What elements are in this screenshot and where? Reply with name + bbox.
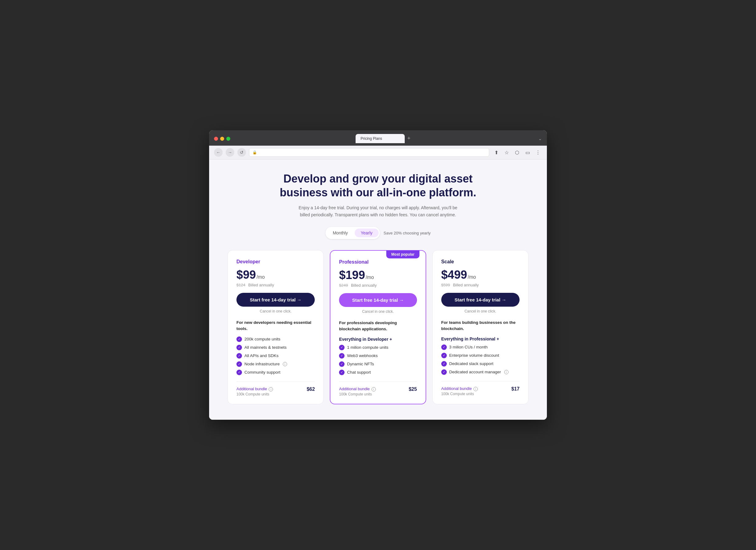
professional-plan-card: Most popular Professional $199 /mo $249 … — [330, 250, 426, 404]
lock-icon: 🔒 — [252, 150, 257, 154]
list-item: ✓ Dedicated account manager i — [441, 369, 520, 375]
check-icon: ✓ — [339, 353, 345, 359]
bookmark-icon[interactable]: ☆ — [503, 148, 511, 156]
sidebar-icon[interactable]: ▭ — [524, 148, 532, 156]
developer-original-price: $124 — [236, 283, 245, 287]
pricing-grid: Developer $99 /mo $124 Billed annually S… — [228, 250, 528, 404]
info-icon[interactable]: i — [504, 370, 509, 374]
list-item: ✓ Enterprise volume discount — [441, 353, 520, 358]
check-icon: ✓ — [236, 337, 242, 342]
scale-bundle-sublabel: 100k Compute units — [441, 392, 478, 396]
professional-description: For professionals developing blockchain … — [339, 320, 417, 333]
maximize-traffic-light[interactable] — [226, 137, 230, 141]
developer-price-unit: /mo — [256, 274, 265, 280]
page-content: Develop and grow your digital asset busi… — [209, 159, 547, 419]
info-icon[interactable]: i — [473, 387, 478, 391]
scale-bundle-price: $17 — [511, 386, 520, 392]
check-icon: ✓ — [441, 369, 447, 375]
developer-price: $99 — [236, 268, 256, 282]
extensions-icon[interactable]: ⬡ — [513, 148, 521, 156]
back-button[interactable]: ← — [214, 148, 223, 157]
check-icon: ✓ — [236, 361, 242, 367]
scale-price-row: $499 /mo — [441, 268, 520, 282]
check-icon: ✓ — [441, 361, 447, 367]
check-icon: ✓ — [236, 345, 242, 350]
chevron-down-icon[interactable]: ⌄ — [538, 136, 542, 141]
professional-feature-list: ✓ 1 milion compute units ✓ Web3 webhooks… — [339, 345, 417, 375]
scale-cancel-text: Cancel in one click. — [441, 309, 520, 314]
monthly-toggle[interactable]: Monthly — [327, 228, 354, 237]
traffic-lights — [214, 137, 230, 141]
list-item: ✓ Node infrastructure i — [236, 361, 315, 367]
professional-bundle-price: $25 — [409, 387, 417, 392]
nav-bar: ← → ↺ 🔒 ⬆ ☆ ⬡ ▭ ⋮ — [209, 146, 547, 159]
close-traffic-light[interactable] — [214, 137, 218, 141]
professional-bundle-sublabel: 100k Compute units — [339, 392, 376, 396]
browser-tab[interactable]: Pricing Plans — [356, 134, 405, 143]
info-icon[interactable]: i — [269, 387, 273, 392]
list-item: ✓ Chat support — [339, 370, 417, 375]
save-badge: Save 20% choosing yearly — [384, 231, 431, 235]
professional-price-unit: /mo — [366, 275, 374, 280]
scale-price: $499 — [441, 268, 467, 282]
title-bar: Pricing Plans + ⌄ — [209, 130, 547, 146]
scale-original-price: $599 — [441, 283, 450, 287]
nav-icons-right: ⬆ ☆ ⬡ ▭ ⋮ — [492, 148, 542, 156]
url-bar[interactable]: 🔒 — [249, 148, 489, 157]
share-icon[interactable]: ⬆ — [492, 148, 500, 156]
developer-bundle-sublabel: 100k Compute units — [236, 392, 273, 396]
most-popular-badge: Most popular — [386, 250, 419, 258]
professional-original-price: $249 — [339, 283, 348, 288]
minimize-traffic-light[interactable] — [220, 137, 224, 141]
list-item: ✓ All mainnets & testnets — [236, 345, 315, 350]
new-tab-button[interactable]: + — [405, 134, 413, 143]
billing-toggle: Monthly Yearly Save 20% choosing yearly — [228, 227, 528, 239]
professional-features-title: Everything in Developer + — [339, 337, 417, 342]
yearly-toggle[interactable]: Yearly — [355, 228, 379, 237]
check-icon: ✓ — [236, 370, 242, 375]
developer-price-row: $99 /mo — [236, 268, 315, 282]
scale-billed: $599 Billed annually — [441, 283, 520, 287]
check-icon: ✓ — [441, 345, 447, 350]
developer-bundle-price: $62 — [307, 387, 315, 392]
list-item: ✓ Community support — [236, 370, 315, 375]
developer-cancel-text: Cancel in one click. — [236, 309, 315, 314]
browser-window: Pricing Plans + ⌄ ← → ↺ 🔒 ⬆ ☆ ⬡ ▭ ⋮ Deve… — [209, 130, 547, 419]
list-item: ✓ 200k compute units — [236, 337, 315, 342]
forward-button[interactable]: → — [226, 148, 234, 157]
professional-price: $199 — [339, 268, 365, 282]
developer-cta-button[interactable]: Start free 14-day trial → — [236, 293, 315, 307]
scale-bundle: Additional bundle i 100k Compute units $… — [441, 381, 520, 396]
developer-bundle-label: Additional bundle i — [236, 387, 273, 392]
list-item: ✓ Dedicated slack support — [441, 361, 520, 367]
tab-label: Pricing Plans — [360, 136, 382, 141]
developer-plan-card: Developer $99 /mo $124 Billed annually S… — [228, 250, 324, 404]
check-icon: ✓ — [441, 353, 447, 358]
professional-billed: $249 Billed annually — [339, 283, 417, 288]
developer-bundle: Additional bundle i 100k Compute units $… — [236, 381, 315, 396]
professional-cta-button[interactable]: Start free 14-day trial → — [339, 293, 417, 307]
scale-feature-list: ✓ 3 milion CUs / month ✓ Enterprise volu… — [441, 345, 520, 375]
professional-cancel-text: Cancel in one click. — [339, 310, 417, 314]
info-icon[interactable]: i — [372, 387, 376, 392]
developer-billed: $124 Billed annually — [236, 283, 315, 287]
check-icon: ✓ — [339, 361, 345, 367]
hero-section: Develop and grow your digital asset busi… — [228, 172, 528, 239]
info-icon[interactable]: i — [283, 362, 287, 366]
reload-button[interactable]: ↺ — [237, 148, 246, 157]
professional-plan-name: Professional — [339, 259, 417, 265]
developer-description: For new developers needing essential too… — [236, 320, 315, 332]
list-item: ✓ All APIs and SDKs — [236, 353, 315, 359]
scale-cta-button[interactable]: Start free 14-day trial → — [441, 293, 520, 307]
scale-plan-card: Scale $499 /mo $599 Billed annually Star… — [432, 250, 528, 404]
page-title: Develop and grow your digital asset busi… — [228, 172, 528, 199]
check-icon: ✓ — [339, 345, 345, 350]
hero-subtitle: Enjoy a 14-day free trial. During your t… — [298, 204, 458, 218]
check-icon: ✓ — [339, 370, 345, 375]
menu-icon[interactable]: ⋮ — [534, 148, 542, 156]
list-item: ✓ Web3 webhooks — [339, 353, 417, 359]
developer-feature-list: ✓ 200k compute units ✓ All mainnets & te… — [236, 337, 315, 375]
professional-bundle-label: Additional bundle i — [339, 387, 376, 392]
scale-features-title: Everything in Professional + — [441, 337, 520, 341]
scale-plan-name: Scale — [441, 259, 520, 264]
